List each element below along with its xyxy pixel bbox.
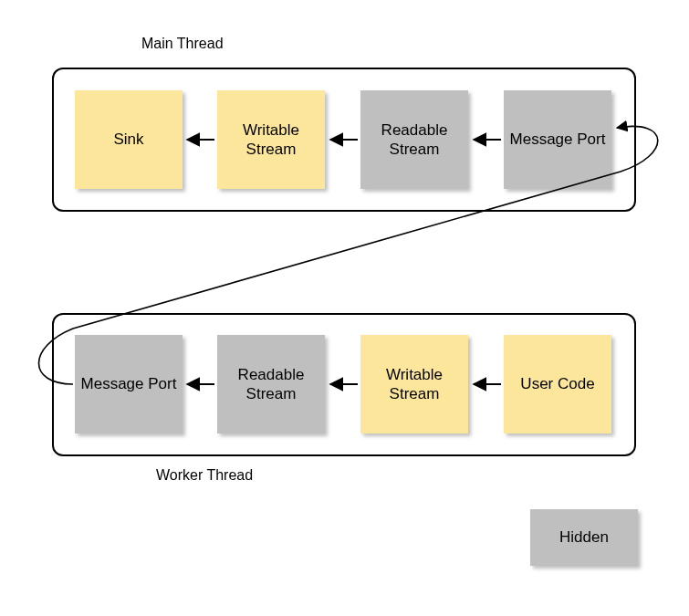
node-writable-stream-main: Writable Stream (217, 90, 325, 189)
node-user-code: User Code (504, 335, 611, 433)
node-label: Message Port (510, 130, 606, 149)
node-readable-stream-worker: Readable Stream (217, 335, 325, 433)
legend-label: Hidden (559, 527, 609, 547)
node-label: Sink (113, 130, 143, 149)
node-message-port-main: Message Port (504, 90, 611, 189)
node-label: Readable Stream (221, 365, 321, 404)
node-message-port-worker: Message Port (75, 335, 183, 433)
node-label: User Code (520, 374, 594, 393)
node-sink: Sink (75, 90, 183, 189)
node-label: Writable Stream (221, 120, 321, 160)
node-label: Message Port (81, 374, 177, 393)
worker-thread-label: Worker Thread (156, 467, 253, 484)
node-label: Readable Stream (364, 120, 465, 160)
node-readable-stream-main: Readable Stream (360, 90, 468, 189)
node-label: Writable Stream (364, 365, 465, 404)
node-writable-stream-worker: Writable Stream (360, 335, 468, 433)
main-thread-label: Main Thread (141, 36, 224, 52)
legend-hidden: Hidden (530, 509, 638, 566)
